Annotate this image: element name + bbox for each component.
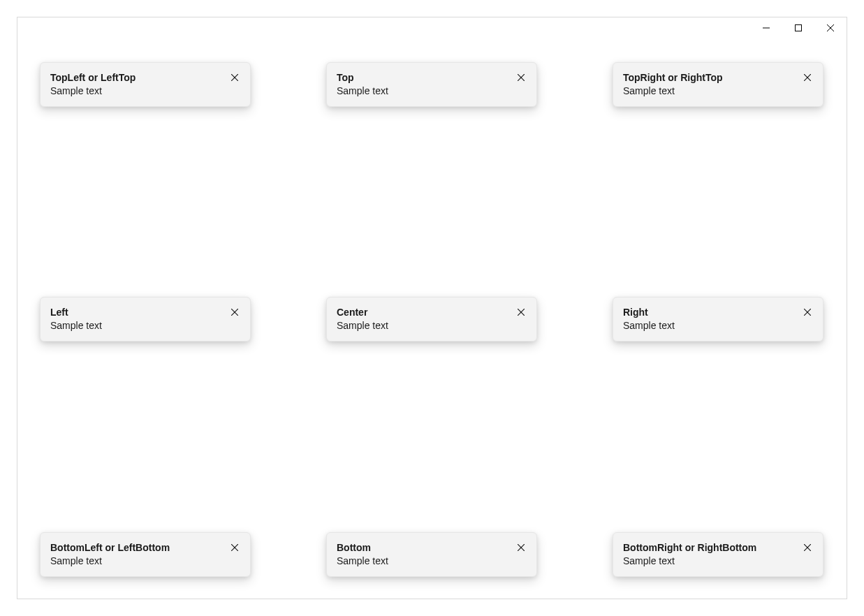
snackbar-text: Sample text: [623, 85, 796, 98]
close-icon[interactable]: [802, 72, 813, 83]
maximize-button[interactable]: [782, 17, 814, 38]
snackbar-text: Sample text: [337, 85, 510, 98]
snackbar-title: Left: [50, 306, 224, 318]
close-icon[interactable]: [229, 307, 240, 318]
svg-rect-1: [796, 25, 802, 31]
snackbar-top-right: TopRight or RightTop Sample text: [613, 62, 823, 107]
close-icon[interactable]: [515, 307, 527, 318]
close-icon[interactable]: [515, 72, 527, 83]
snackbar-bottom-right: BottomRight or RightBottom Sample text: [613, 532, 823, 577]
snackbar-title: Bottom: [337, 541, 510, 554]
snackbar-text: Sample text: [337, 319, 510, 332]
snackbar-title: BottomRight or RightBottom: [623, 541, 796, 554]
snackbar-left: Left Sample text: [40, 297, 251, 342]
snackbar-top-left: TopLeft or LeftTop Sample text: [40, 62, 251, 107]
close-icon[interactable]: [229, 542, 240, 553]
close-icon[interactable]: [515, 542, 527, 553]
snackbar-text: Sample text: [623, 555, 796, 568]
snackbar-title: TopLeft or LeftTop: [50, 71, 224, 84]
snackbar-right: Right Sample text: [613, 297, 823, 342]
minimize-button[interactable]: [750, 17, 782, 38]
close-icon[interactable]: [802, 307, 813, 318]
snackbar-bottom-left: BottomLeft or LeftBottom Sample text: [40, 532, 251, 577]
close-icon[interactable]: [802, 542, 813, 553]
snackbar-bottom: Bottom Sample text: [326, 532, 537, 577]
snackbar-text: Sample text: [50, 555, 224, 568]
snackbar-text: Sample text: [50, 85, 224, 98]
snackbar-title: BottomLeft or LeftBottom: [50, 541, 224, 554]
titlebar[interactable]: [17, 17, 847, 38]
snackbar-text: Sample text: [623, 319, 796, 332]
snackbar-title: Top: [337, 71, 510, 84]
snackbar-top: Top Sample text: [326, 62, 537, 107]
close-icon[interactable]: [229, 72, 240, 83]
close-window-button[interactable]: [814, 17, 847, 38]
client-area: TopLeft or LeftTop Sample text Top Sampl…: [17, 38, 847, 599]
snackbar-center: Center Sample text: [326, 297, 537, 342]
snackbar-text: Sample text: [50, 319, 224, 332]
snackbar-title: Right: [623, 306, 796, 318]
snackbar-title: Center: [337, 306, 510, 318]
snackbar-text: Sample text: [337, 555, 510, 568]
snackbar-title: TopRight or RightTop: [623, 71, 796, 84]
app-window: TopLeft or LeftTop Sample text Top Sampl…: [17, 17, 847, 599]
